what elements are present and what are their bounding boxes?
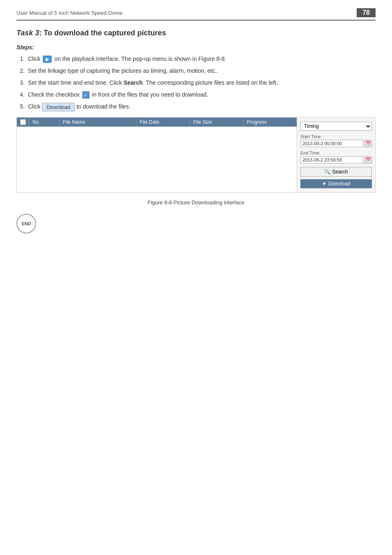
table-body [17, 127, 297, 188]
step-3-prefix: Set the start time and end time. Click [28, 79, 124, 86]
col-no: No. [29, 118, 60, 127]
step-3-bold: Search [124, 79, 143, 86]
header-checkbox[interactable] [20, 119, 26, 125]
table-header-row: No. File Name File Date File Size Progre… [17, 118, 297, 127]
task-title: Task 3: To download the captured picture… [16, 29, 376, 37]
download-button-inline[interactable]: Download [42, 103, 75, 111]
page-number: 78 [357, 8, 376, 17]
step-1: 1. Click ▶ on the playback interface. Th… [16, 55, 376, 63]
download-panel-icon: ▼ [322, 181, 327, 187]
step-3-suffix: . The corresponding picture files are li… [143, 79, 278, 86]
task-title-italic: Task 3 [16, 29, 39, 37]
end-time-input[interactable] [300, 156, 363, 164]
figure-caption: Figure 8-8 Picture Downloading interface [16, 199, 376, 206]
download-button-panel-label: Download [328, 181, 350, 187]
step-5: 5. Click Download to download the files. [16, 102, 376, 111]
type-dropdown[interactable]: Timing Alarm Motion [300, 122, 372, 131]
checkbox-icon: ✓ [82, 91, 90, 99]
col-filename: File Name [60, 118, 136, 127]
start-time-input[interactable] [300, 140, 363, 147]
playback-icon: ▶ [43, 56, 52, 63]
steps-label: Steps: [16, 44, 376, 51]
file-table: No. File Name File Date File Size Progre… [17, 118, 297, 192]
step-2: 2. Set the linkage type of capturing the… [16, 67, 376, 75]
col-filedate: File Date [136, 118, 190, 127]
download-button-panel[interactable]: ▼ Download [300, 179, 372, 188]
search-button-label: Search [332, 169, 348, 175]
step-3: 3. Set the start time and end time. Clic… [16, 79, 376, 87]
start-time-calendar-icon[interactable]: 📅 [364, 140, 372, 147]
end-badge: END [16, 214, 36, 234]
start-time-label: Start Time [300, 134, 372, 139]
end-time-calendar-icon[interactable]: 📅 [364, 156, 372, 164]
steps-list: 1. Click ▶ on the playback interface. Th… [16, 55, 376, 111]
right-panel: Timing Alarm Motion Start Time 📅 End Tim… [297, 118, 375, 192]
step-2-text: Set the linkage type of capturing the pi… [28, 67, 218, 75]
start-time-row: 📅 [300, 140, 372, 147]
task-title-rest: : To download the captured pictures [39, 29, 166, 37]
col-filesize: File Size [190, 118, 243, 127]
manual-title: User Manual of 5 Inch Network Speed Dome [16, 10, 122, 16]
end-time-row: 📅 [300, 156, 372, 164]
header-checkbox-cell[interactable] [17, 118, 29, 127]
page-header: User Manual of 5 Inch Network Speed Dome… [16, 8, 376, 21]
col-progress: Progress [244, 118, 297, 127]
file-table-container: No. File Name File Date File Size Progre… [16, 117, 376, 193]
search-button[interactable]: 🔍 Search [300, 167, 372, 177]
step-4: 4. Check the checkbox ✓ in front of the … [16, 90, 376, 99]
search-icon: 🔍 [324, 169, 330, 175]
end-time-label: End Time [300, 150, 372, 155]
